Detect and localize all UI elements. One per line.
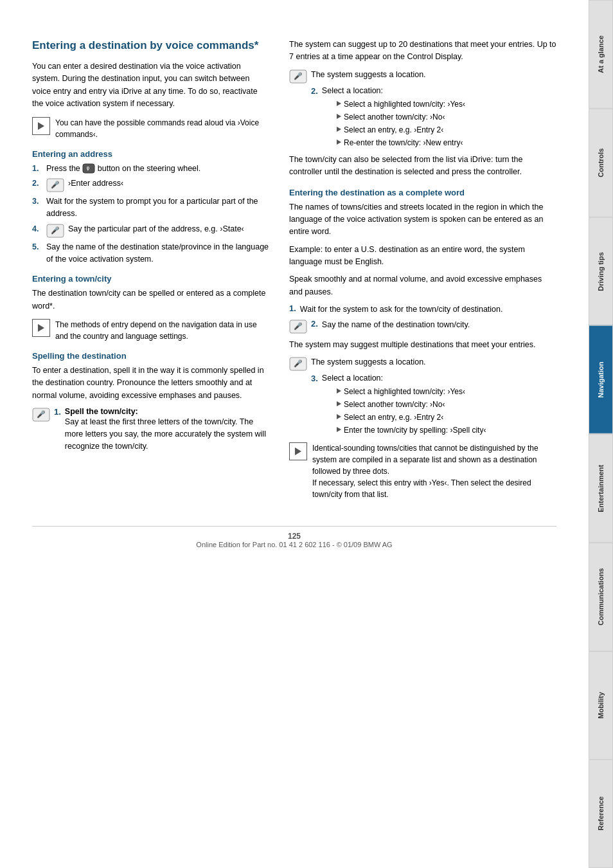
svg-text:🎤: 🎤 bbox=[294, 321, 303, 330]
tab-mobility[interactable]: Mobility bbox=[589, 651, 613, 760]
select-options-list: Select a highlighted town/city: ›Yes‹ Se… bbox=[289, 98, 556, 149]
system-suggests-text: The system suggests a location. bbox=[311, 69, 426, 81]
arrow-icon-6 bbox=[337, 401, 341, 406]
suggest-multiple-text: The system may suggest multiple destinat… bbox=[289, 339, 556, 351]
left-column: Entering a destination by voice commands… bbox=[32, 39, 270, 507]
system-suggests-row-2: 🎤 The system suggests a location. bbox=[289, 356, 556, 371]
select-label-2: Select a location: bbox=[322, 374, 383, 383]
complete-step-2-text: Say the name of the destination town/cit… bbox=[322, 319, 470, 331]
spell-step-title: Spell the town/city: bbox=[65, 407, 270, 416]
svg-text:🎙: 🎙 bbox=[85, 166, 91, 172]
mic-icon-4: 🎤 bbox=[289, 69, 307, 84]
also-selected-text: The town/city can also be selected from … bbox=[289, 154, 556, 179]
note-icon-1 bbox=[32, 117, 50, 135]
step-5: 5. Say the name of the destination state… bbox=[32, 241, 270, 266]
tab-entertainment[interactable]: Entertainment bbox=[589, 434, 613, 543]
main-title: Entering a destination by voice commands… bbox=[32, 39, 270, 53]
entering-town-intro: The destination town/city can be spelled… bbox=[32, 287, 270, 312]
select-options-list-2: Select a highlighted town/city: ›Yes‹ Se… bbox=[289, 386, 556, 436]
select-option-4: Re-enter the town/city: ›New entry‹ bbox=[324, 137, 556, 149]
select-option-1: Select a highlighted town/city: ›Yes‹ bbox=[324, 98, 556, 110]
mic-icon-5: 🎤 bbox=[289, 320, 307, 334]
tab-communications[interactable]: Communications bbox=[589, 543, 613, 651]
arrow-icon-3 bbox=[337, 127, 341, 132]
complete-word-para3: Speak smoothly and at normal volume, and… bbox=[289, 273, 556, 298]
svg-text:🎤: 🎤 bbox=[37, 410, 46, 419]
note-icon-3 bbox=[289, 442, 307, 460]
select-step-3: 3. Select a location: bbox=[289, 374, 556, 383]
address-steps: 1. Press the 🎙 button on the steering wh… bbox=[32, 163, 270, 266]
svg-text:🎤: 🎤 bbox=[51, 226, 60, 235]
select-location-label: Select a location: bbox=[322, 86, 383, 95]
side-tabs: At a glance Controls Driving tips Naviga… bbox=[589, 0, 613, 868]
page-number: 125 bbox=[32, 532, 556, 541]
arrow-icon-4 bbox=[337, 140, 341, 145]
triangle-icon-3 bbox=[295, 448, 301, 455]
step-4: 4. 🎤 Say the particular part of the addr… bbox=[32, 223, 270, 238]
tab-controls[interactable]: Controls bbox=[589, 109, 613, 217]
step-3: 3. Wait for the system to prompt you for… bbox=[32, 195, 270, 220]
step-2-text: ›Enter address‹ bbox=[68, 177, 123, 190]
mic-icon-1: 🎤 bbox=[46, 178, 64, 192]
select-location-step: 2. Select a location: bbox=[289, 86, 556, 96]
complete-word-para1: The names of towns/cities and streets lo… bbox=[289, 201, 556, 239]
arrow-icon-5 bbox=[337, 388, 341, 393]
arrow-icon-8 bbox=[337, 427, 341, 432]
system-suggest-intro: The system can suggest up to 20 destinat… bbox=[289, 39, 556, 64]
select-option2-1: Select a highlighted town/city: ›Yes‹ bbox=[324, 386, 556, 397]
select-option2-4: Enter the town/city by spelling: ›Spell … bbox=[324, 424, 556, 436]
complete-word-para2: Example: to enter a U.S. destination as … bbox=[289, 244, 556, 269]
select-option-2: Select another town/city: ›No‹ bbox=[324, 111, 556, 123]
note-text-2: The methods of entry depend on the navig… bbox=[55, 319, 270, 342]
complete-step-1: 1. Wait for the system to ask for the to… bbox=[289, 303, 556, 316]
page-footer: 125 Online Edition for Part no. 01 41 2 … bbox=[32, 526, 556, 548]
spell-step: 🎤 1. Spell the town/city: Say at least t… bbox=[32, 407, 270, 452]
triangle-icon-2 bbox=[38, 324, 44, 332]
step-5-text: Say the name of the destination state/pr… bbox=[46, 241, 270, 266]
step-1: 1. Press the 🎙 button on the steering wh… bbox=[32, 163, 270, 175]
tab-navigation[interactable]: Navigation bbox=[589, 325, 613, 434]
step-2: 2. 🎤 ›Enter address‹ bbox=[32, 177, 270, 192]
select-option2-3: Select an entry, e.g. ›Entry 2‹ bbox=[324, 411, 556, 423]
note-text-1: You can have the possible commands read … bbox=[55, 117, 270, 140]
note-icon-2 bbox=[32, 319, 50, 337]
right-column: The system can suggest up to 20 destinat… bbox=[289, 39, 556, 507]
svg-text:🎤: 🎤 bbox=[51, 180, 60, 189]
note-box-1: You can have the possible commands read … bbox=[32, 117, 270, 140]
arrow-icon-7 bbox=[337, 414, 341, 419]
complete-word-title: Entering the destination as a complete w… bbox=[289, 188, 556, 197]
system-suggests-row: 🎤 The system suggests a location. bbox=[289, 69, 556, 84]
tab-reference[interactable]: Reference bbox=[589, 759, 613, 868]
select-option2-2: Select another town/city: ›No‹ bbox=[324, 399, 556, 410]
complete-step-1-text: Wait for the system to ask for the town/… bbox=[300, 303, 503, 316]
step-4-text: Say the particular part of the address, … bbox=[68, 223, 244, 235]
arrow-icon-2 bbox=[337, 114, 341, 119]
mic-icon-3: 🎤 bbox=[32, 408, 50, 422]
mic-icon-6: 🎤 bbox=[289, 357, 307, 371]
tab-driving-tips[interactable]: Driving tips bbox=[589, 217, 613, 326]
step-1-text: Press the 🎙 button on the steering wheel… bbox=[46, 163, 200, 175]
steering-button-icon: 🎙 bbox=[82, 163, 95, 174]
svg-text:🎤: 🎤 bbox=[294, 71, 303, 80]
complete-step-2: 🎤 2. Say the name of the destination tow… bbox=[289, 319, 556, 334]
entering-address-title: Entering an address bbox=[32, 149, 270, 159]
spell-step-body: Say at least the first three letters of … bbox=[65, 416, 270, 452]
note-box-2: The methods of entry depend on the navig… bbox=[32, 319, 270, 342]
note-box-identical: Identical-sounding towns/cities that can… bbox=[289, 442, 556, 500]
entering-town-title: Entering a town/city bbox=[32, 274, 270, 284]
spelling-intro: To enter a destination, spell it in the … bbox=[32, 365, 270, 402]
system-suggests-text-2: The system suggests a location. bbox=[311, 356, 426, 368]
svg-text:🎤: 🎤 bbox=[294, 359, 303, 368]
step-3-text: Wait for the system to prompt you for a … bbox=[46, 195, 270, 220]
triangle-icon bbox=[38, 122, 44, 130]
note-identical-text: Identical-sounding towns/cities that can… bbox=[312, 442, 556, 500]
spelling-title: Spelling the destination bbox=[32, 351, 270, 361]
arrow-icon-1 bbox=[337, 101, 341, 106]
intro-text: You can enter a desired destination via … bbox=[32, 60, 270, 111]
select-option-3: Select an entry, e.g. ›Entry 2‹ bbox=[324, 124, 556, 136]
footer-text: Online Edition for Part no. 01 41 2 602 … bbox=[32, 541, 556, 548]
mic-icon-2: 🎤 bbox=[46, 224, 64, 238]
tab-at-a-glance[interactable]: At a glance bbox=[589, 0, 613, 109]
spell-step-content: Spell the town/city: Say at least the fi… bbox=[65, 407, 270, 452]
